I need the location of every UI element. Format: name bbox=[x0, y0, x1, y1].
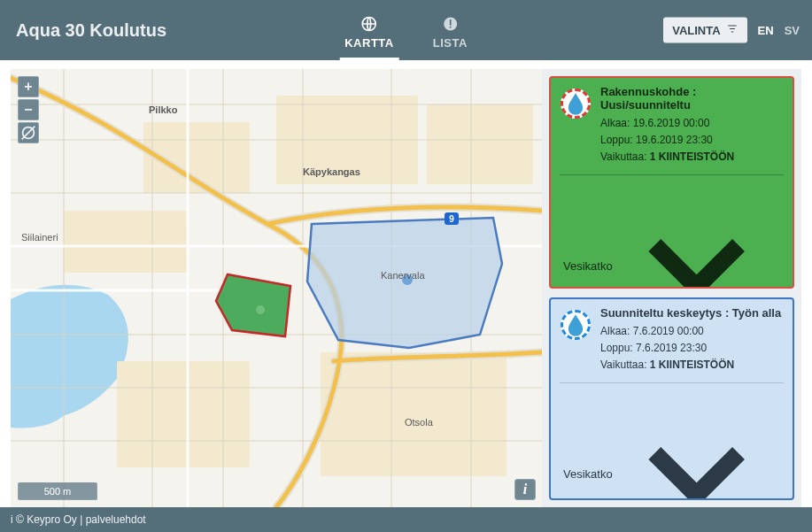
footer: i © Keypro Oy | palveluehdot bbox=[0, 507, 812, 532]
svg-text:Käpykangas: Käpykangas bbox=[303, 166, 360, 177]
svg-text:Pilkko: Pilkko bbox=[149, 104, 178, 115]
event-card[interactable]: Rakennuskohde : Uusi/suunniteltu Alkaa: … bbox=[549, 76, 794, 289]
zoom-out-button[interactable]: − bbox=[18, 99, 39, 120]
svg-rect-3 bbox=[449, 27, 451, 28]
lang-sv[interactable]: SV bbox=[785, 24, 800, 37]
water-badge-icon bbox=[561, 310, 591, 340]
svg-rect-8 bbox=[64, 211, 188, 273]
tab-label: KARTTA bbox=[344, 36, 393, 50]
zoom-controls: + − bbox=[18, 76, 39, 143]
tab-map[interactable]: KARTTA bbox=[339, 0, 398, 60]
header-right: VALINTA EN SV bbox=[663, 18, 800, 43]
globe-icon bbox=[360, 15, 378, 33]
info-button[interactable]: i bbox=[514, 479, 536, 500]
filter-icon bbox=[726, 23, 739, 38]
event-card[interactable]: Suunniteltu keskeytys : Työn alla Alkaa:… bbox=[549, 297, 794, 500]
body: 9 Pilkko Käpykangas Siilaineri Kanervala… bbox=[0, 60, 812, 507]
card-title: Rakennuskohde : Uusi/suunniteltu bbox=[600, 85, 782, 112]
app-header: Aqua 30 Koulutus KARTTA LISTA VALINTA EN… bbox=[0, 0, 812, 60]
selection-button[interactable]: VALINTA bbox=[663, 18, 746, 43]
svg-rect-10 bbox=[117, 361, 250, 467]
expand-label: Vesikatko bbox=[563, 467, 613, 481]
alert-icon bbox=[441, 15, 459, 33]
chevron-down-icon bbox=[613, 182, 780, 289]
svg-text:Kanervala: Kanervala bbox=[381, 270, 425, 281]
side-panel: Rakennuskohde : Uusi/suunniteltu Alkaa: … bbox=[542, 69, 801, 507]
expand-label: Vesikatko bbox=[563, 259, 613, 273]
tab-list[interactable]: LISTA bbox=[428, 0, 473, 60]
map-canvas[interactable]: 9 Pilkko Käpykangas Siilaineri Kanervala… bbox=[11, 69, 801, 507]
card-expand[interactable]: Vesikatko bbox=[551, 175, 793, 289]
zoom-in-button[interactable]: + bbox=[18, 76, 39, 97]
svg-rect-9 bbox=[321, 352, 507, 476]
scalebar: 500 m bbox=[18, 482, 97, 500]
card-expand[interactable]: Vesikatko bbox=[551, 383, 793, 500]
locate-disabled-button[interactable] bbox=[18, 122, 39, 143]
svg-text:9: 9 bbox=[449, 214, 454, 224]
app-title: Aqua 30 Koulutus bbox=[16, 20, 166, 41]
water-badge-icon bbox=[561, 89, 591, 119]
lang-en[interactable]: EN bbox=[758, 24, 774, 37]
route-badge: 9 bbox=[445, 212, 459, 225]
svg-text:Otsola: Otsola bbox=[405, 417, 434, 428]
selection-label: VALINTA bbox=[672, 24, 720, 37]
svg-text:Siilaineri: Siilaineri bbox=[21, 232, 58, 243]
svg-rect-2 bbox=[449, 19, 451, 26]
tabs: KARTTA LISTA bbox=[339, 0, 473, 60]
card-title: Suunniteltu keskeytys : Työn alla bbox=[600, 306, 782, 320]
footer-text[interactable]: i © Keypro Oy | palveluehdot bbox=[11, 513, 146, 526]
chevron-down-icon bbox=[613, 390, 780, 500]
svg-rect-6 bbox=[427, 104, 533, 184]
tab-label: LISTA bbox=[433, 36, 468, 50]
map-blue-zone bbox=[307, 218, 502, 348]
svg-point-12 bbox=[256, 305, 265, 314]
scalebar-label: 500 m bbox=[44, 486, 72, 497]
